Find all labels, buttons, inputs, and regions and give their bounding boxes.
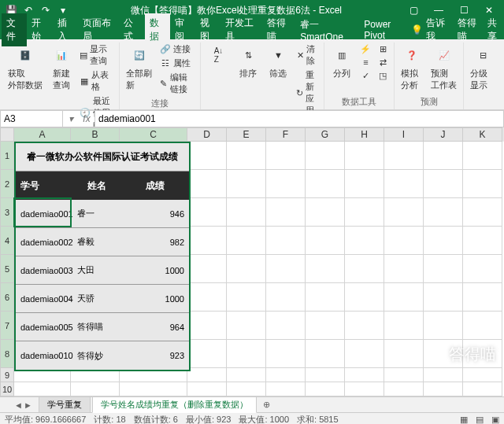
- sheet-tab[interactable]: 学号重复: [39, 396, 91, 413]
- cell-grid[interactable]: 睿一微软办公软件国际认证考试成绩 学号 姓名 成绩 dademiao001睿一9…: [14, 142, 502, 396]
- col-header[interactable]: C: [120, 127, 187, 142]
- menu-developer[interactable]: 开发工具: [220, 13, 262, 46]
- cell-score[interactable]: 946: [121, 200, 189, 227]
- new-query-button[interactable]: 📊新建 查询: [47, 42, 76, 93]
- add-sheet-icon[interactable]: ⊕: [258, 400, 275, 410]
- row-header[interactable]: 8: [0, 340, 14, 368]
- col-header[interactable]: F: [266, 127, 306, 142]
- col-header[interactable]: E: [227, 127, 266, 142]
- clear-filter-button[interactable]: ✕清除: [294, 42, 321, 68]
- row-header[interactable]: 5: [0, 255, 14, 283]
- filter-button[interactable]: ▼筛选: [264, 42, 292, 81]
- sort-az-button[interactable]: A↓Z: [204, 42, 232, 68]
- row-header[interactable]: 9: [0, 368, 14, 382]
- menu-insert[interactable]: 插入: [53, 13, 78, 46]
- account-label[interactable]: 答得喵: [458, 17, 480, 43]
- table-row[interactable]: dademiao005答得喵964: [16, 313, 189, 341]
- view-normal-icon[interactable]: ▦: [460, 415, 468, 424]
- connections-button[interactable]: 🔗连接: [158, 42, 198, 56]
- menu-home[interactable]: 开始: [27, 13, 52, 46]
- tellme-icon[interactable]: 💡: [411, 24, 423, 35]
- col-header[interactable]: H: [345, 127, 384, 142]
- cell-score[interactable]: 964: [121, 313, 189, 341]
- row-header[interactable]: 6: [0, 283, 14, 312]
- menu-powerpivot[interactable]: Power Pivot: [359, 16, 411, 44]
- relationships-button[interactable]: ⇄: [375, 56, 391, 68]
- cell-score[interactable]: 982: [121, 228, 189, 256]
- validation-button[interactable]: ✓: [358, 69, 373, 82]
- row-header[interactable]: 7: [0, 312, 14, 340]
- cell-name[interactable]: 天骄: [72, 285, 121, 312]
- consolidate-button[interactable]: ⊞: [375, 42, 391, 55]
- cell-name[interactable]: 答得妙: [72, 341, 121, 370]
- row-header[interactable]: 4: [0, 227, 14, 255]
- datamodel-button[interactable]: ◳: [375, 69, 391, 82]
- view-layout-icon[interactable]: ▤: [476, 415, 484, 424]
- share-button[interactable]: 共享: [487, 17, 502, 43]
- tab-next-icon[interactable]: ►: [24, 400, 32, 410]
- show-queries-button[interactable]: ▤显示查询: [77, 42, 116, 68]
- formula-input[interactable]: [95, 110, 504, 127]
- tellme-label[interactable]: 告诉我: [426, 17, 448, 43]
- refresh-all-button[interactable]: 🔄全部刷新: [123, 42, 155, 93]
- fx-icon[interactable]: fx: [79, 111, 94, 127]
- cell-id[interactable]: dademiao002: [16, 228, 72, 256]
- get-external-data-button[interactable]: 🗄️获取 外部数据: [5, 42, 46, 93]
- whatif-button[interactable]: ❓模拟分析: [398, 42, 426, 93]
- minimize-icon[interactable]: ―: [427, 2, 450, 18]
- sort-button[interactable]: ⇅排序: [234, 42, 262, 81]
- row-header[interactable]: 1: [0, 142, 14, 170]
- properties-button[interactable]: ☷属性: [158, 57, 198, 70]
- table-row[interactable]: dademiao002睿毅982: [16, 228, 189, 256]
- col-header[interactable]: I: [384, 127, 424, 142]
- name-box[interactable]: A3: [0, 110, 63, 127]
- cell-id[interactable]: dademiao004: [16, 285, 72, 312]
- menu-data[interactable]: 数据: [145, 13, 170, 46]
- edit-links-button[interactable]: ✎编辑链接: [158, 71, 198, 96]
- menu-smartone[interactable]: 睿一 SmartOne: [295, 15, 359, 46]
- col-header[interactable]: B: [71, 127, 120, 142]
- table-row[interactable]: dademiao001睿一946: [16, 200, 189, 228]
- cell-score[interactable]: 1000: [121, 256, 189, 284]
- row-header[interactable]: 3: [0, 198, 14, 227]
- col-header[interactable]: K: [463, 127, 502, 142]
- tab-prev-icon[interactable]: ◄: [14, 400, 23, 410]
- cell-id[interactable]: dademiao003: [16, 256, 72, 284]
- menu-layout[interactable]: 页面布局: [78, 13, 120, 46]
- close-icon[interactable]: ✕: [477, 2, 501, 18]
- table-row[interactable]: dademiao003大田1000: [16, 256, 189, 285]
- menu-dademiao[interactable]: 答得喵: [262, 13, 295, 46]
- sheet-tab-active[interactable]: 学号姓名成绩均重复（删除重复数据）: [92, 396, 257, 413]
- cell-id[interactable]: dademiao010: [16, 341, 72, 370]
- outline-button[interactable]: ⊟分级显示: [467, 42, 499, 93]
- cell-id[interactable]: dademiao001: [16, 200, 72, 227]
- col-header[interactable]: G: [306, 127, 345, 142]
- maximize-icon[interactable]: ☐: [452, 2, 476, 18]
- row-header[interactable]: 2: [0, 170, 14, 198]
- menu-file[interactable]: 文件: [2, 13, 27, 46]
- cell-score[interactable]: 923: [121, 341, 189, 370]
- cell-name[interactable]: 大田: [72, 256, 121, 284]
- cell-id[interactable]: dademiao005: [16, 313, 72, 341]
- menu-review[interactable]: 审阅: [170, 13, 195, 46]
- cell-score[interactable]: 1000: [121, 285, 189, 312]
- row-header[interactable]: 10: [0, 382, 14, 396]
- fx-dropdown-icon[interactable]: ▾: [63, 111, 79, 127]
- col-header[interactable]: A: [14, 127, 71, 142]
- text-to-columns-button[interactable]: ▥分列: [328, 42, 356, 81]
- cell-name[interactable]: 睿毅: [72, 228, 121, 256]
- cell-name[interactable]: 答得喵: [72, 313, 121, 341]
- menu-formulas[interactable]: 公式: [119, 13, 144, 46]
- select-all-corner[interactable]: [0, 127, 14, 142]
- table-row[interactable]: dademiao004天骄1000: [16, 285, 189, 313]
- remove-dup-button[interactable]: ≡: [358, 56, 373, 68]
- menu-view[interactable]: 视图: [195, 13, 220, 46]
- col-header[interactable]: D: [187, 127, 227, 142]
- cell-name[interactable]: 睿一: [72, 200, 121, 227]
- from-table-button[interactable]: ▦从表格: [77, 68, 116, 94]
- flash-fill-button[interactable]: ⚡: [358, 42, 373, 55]
- table-row[interactable]: dademiao010答得妙923: [16, 341, 189, 370]
- col-header[interactable]: J: [424, 127, 463, 142]
- view-break-icon[interactable]: ▣: [491, 415, 499, 424]
- forecast-sheet-button[interactable]: 📈预测 工作表: [428, 42, 460, 93]
